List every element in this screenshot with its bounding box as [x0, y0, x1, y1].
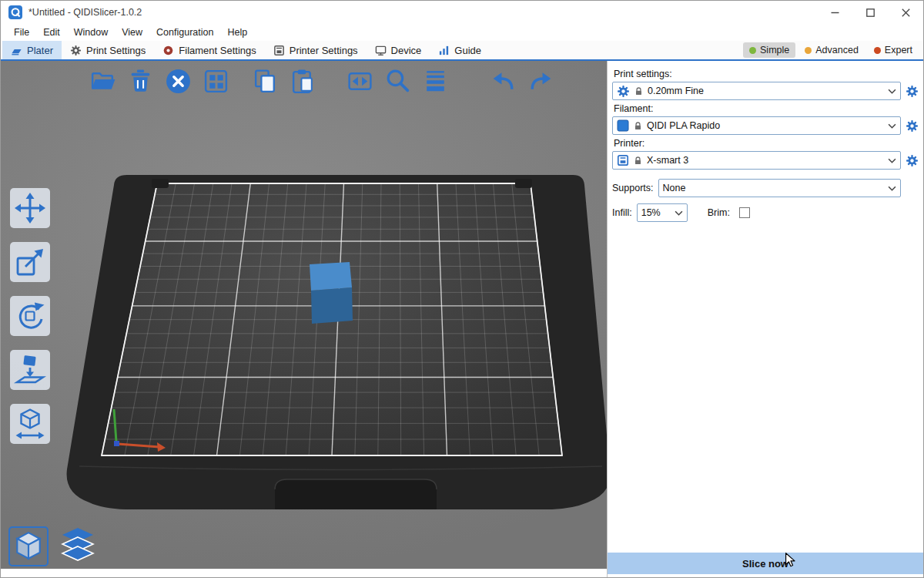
lock-icon	[634, 86, 644, 96]
mode-label: Simple	[760, 45, 789, 55]
close-icon	[902, 8, 910, 17]
menu-configuration[interactable]: Configuration	[149, 27, 220, 38]
guide-icon	[438, 45, 450, 56]
app-window: *Untitled - QIDISlicer-1.0.2 File Edit W…	[0, 0, 924, 578]
undo-icon[interactable]	[487, 66, 518, 96]
open-file-icon[interactable]	[87, 66, 118, 96]
delete-all-icon[interactable]	[162, 66, 193, 96]
view-toolbar	[8, 526, 98, 566]
viewport-column	[1, 61, 607, 578]
lock-icon	[633, 156, 643, 166]
printer-combo[interactable]: X-smart 3	[612, 151, 901, 170]
tab-printer-settings[interactable]: Printer Settings	[265, 41, 367, 59]
model-cube[interactable]	[310, 262, 353, 324]
bed-clip	[152, 179, 169, 188]
gear-icon	[617, 85, 630, 98]
bed-handle-recess	[275, 479, 437, 509]
chevron-down-icon	[888, 123, 896, 129]
delete-icon[interactable]	[125, 66, 156, 96]
menu-file[interactable]: File	[7, 27, 36, 38]
brim-label: Brim:	[708, 207, 730, 218]
filament-label: Filament:	[614, 103, 917, 114]
supports-label: Supports:	[612, 183, 654, 193]
filament-color-swatch	[617, 119, 629, 132]
tab-filament-settings[interactable]: Filament Settings	[154, 41, 264, 59]
variable-layer-height-icon[interactable]	[420, 66, 450, 96]
tab-device[interactable]: Device	[367, 41, 430, 59]
supports-combo[interactable]: None	[658, 179, 901, 197]
window-title: *Untitled - QIDISlicer-1.0.2	[28, 7, 142, 18]
arrange-icon[interactable]	[200, 66, 231, 96]
tab-print-settings[interactable]: Print Settings	[62, 41, 154, 59]
scale-icon[interactable]	[10, 242, 50, 282]
tab-label: Filament Settings	[179, 45, 256, 56]
mode-label: Expert	[885, 45, 912, 55]
menu-view[interactable]: View	[115, 27, 149, 38]
tab-label: Device	[391, 45, 422, 56]
printer-icon	[617, 154, 629, 166]
printer-icon	[273, 45, 285, 56]
tab-label: Guide	[454, 45, 481, 56]
slice-now-button[interactable]: Slice now	[608, 553, 923, 574]
filament-gear-button[interactable]	[906, 119, 919, 133]
maximize-icon	[866, 8, 875, 17]
manipulation-toolbar	[10, 188, 50, 444]
measure-icon[interactable]	[10, 404, 50, 444]
viewport-3d[interactable]	[1, 61, 607, 569]
print-settings-label: Print settings:	[614, 69, 917, 79]
minimize-button[interactable]	[817, 1, 852, 24]
print-settings-gear-button[interactable]	[906, 85, 919, 98]
maximize-button[interactable]	[852, 1, 888, 24]
split-icon[interactable]	[344, 66, 375, 96]
menu-edit[interactable]: Edit	[36, 27, 67, 38]
tab-label: Plater	[27, 45, 53, 56]
move-icon[interactable]	[10, 188, 50, 228]
viewport-status-strip	[1, 569, 607, 578]
place-on-face-icon[interactable]	[10, 350, 50, 390]
filament-combo[interactable]: QIDI PLA Rapido	[612, 116, 901, 135]
printer-label: Printer:	[614, 138, 917, 149]
chevron-down-icon	[888, 89, 896, 94]
gear-icon	[70, 45, 82, 56]
mode-label: Advanced	[815, 45, 859, 55]
titlebar: *Untitled - QIDISlicer-1.0.2	[1, 1, 923, 24]
device-icon	[375, 45, 387, 56]
menu-window[interactable]: Window	[67, 27, 115, 38]
print-settings-combo[interactable]: 0.20mm Fine	[612, 82, 901, 100]
chevron-down-icon	[675, 210, 683, 216]
menu-help[interactable]: Help	[220, 27, 254, 38]
mode-switcher: Simple Advanced Expert	[743, 41, 923, 59]
advanced-mode-dot-icon	[805, 47, 812, 54]
mode-simple[interactable]: Simple	[743, 42, 795, 58]
lock-icon	[633, 121, 643, 131]
tab-guide[interactable]: Guide	[430, 41, 490, 59]
printer-value: X-smart 3	[647, 155, 881, 166]
printer-gear-button[interactable]	[906, 154, 919, 167]
tab-label: Printer Settings	[290, 45, 358, 56]
tab-plater[interactable]: Plater	[2, 41, 62, 59]
simple-mode-dot-icon	[749, 47, 756, 54]
app-logo-icon	[8, 5, 22, 19]
tab-label: Print Settings	[86, 45, 146, 56]
redo-icon[interactable]	[525, 66, 556, 96]
search-icon[interactable]	[382, 66, 413, 96]
bed-clip	[515, 179, 532, 188]
brim-checkbox[interactable]	[739, 207, 750, 218]
close-button[interactable]	[888, 1, 923, 24]
object-toolbar	[87, 66, 556, 96]
expert-mode-dot-icon	[874, 47, 881, 54]
supports-value: None	[663, 183, 881, 193]
mode-expert[interactable]: Expert	[868, 42, 919, 58]
sidebar: Print settings: 0.20mm Fine Filament: QI…	[607, 61, 923, 578]
layers-view-icon[interactable]	[58, 526, 98, 566]
menubar: File Edit Window View Configuration Help	[1, 24, 923, 41]
copy-icon[interactable]	[249, 66, 280, 96]
rotate-icon[interactable]	[10, 296, 50, 336]
infill-label: Infill:	[612, 207, 632, 218]
scene-canvas[interactable]	[1, 61, 607, 569]
mode-advanced[interactable]: Advanced	[798, 42, 865, 58]
infill-combo[interactable]: 15%	[637, 203, 688, 222]
3d-view-icon[interactable]	[8, 526, 49, 566]
paste-icon[interactable]	[287, 66, 318, 96]
minimize-icon	[831, 8, 839, 17]
